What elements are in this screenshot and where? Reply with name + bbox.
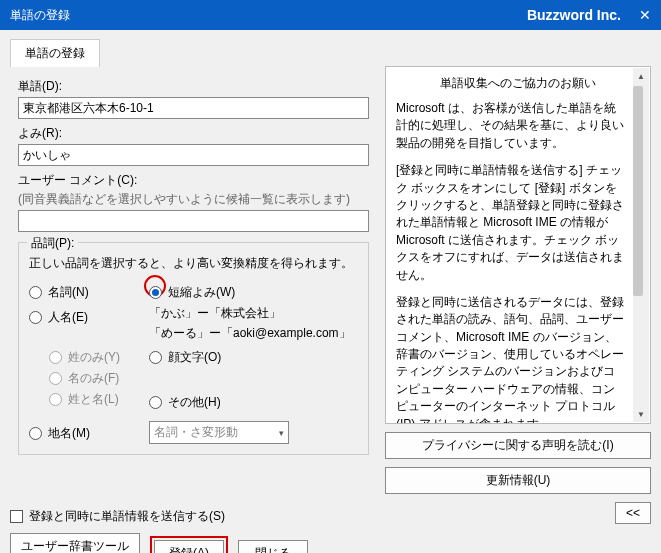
radio-fullname-label: 姓と名(L) [68, 391, 119, 408]
scroll-down-icon[interactable]: ▼ [633, 406, 649, 422]
radio-short-label: 短縮よみ(W) [168, 284, 235, 301]
close-icon[interactable]: ✕ [639, 7, 651, 23]
send-checkbox-label: 登録と同時に単語情報を送信する(S) [29, 508, 225, 525]
radio-emoji[interactable] [149, 351, 162, 364]
dict-tool-button[interactable]: ユーザー辞書ツール(T) [10, 533, 140, 553]
register-button[interactable]: 登録(A) [154, 540, 224, 553]
scroll-thumb[interactable] [633, 86, 643, 296]
example-1: 「かぶ」ー「株式会社」 [149, 305, 358, 322]
radio-noun-label: 名詞(N) [48, 284, 89, 301]
radio-person-label: 人名(E) [48, 309, 88, 326]
tab-label: 単語の登録 [25, 46, 85, 60]
update-button[interactable]: 更新情報(U) [385, 467, 651, 494]
radio-emoji-label: 顔文字(O) [168, 349, 221, 366]
radio-short[interactable] [149, 286, 162, 299]
info-box: 単語収集へのご協力のお願い Microsoft は、お客様が送信した単語を統計的… [385, 66, 651, 424]
reading-input[interactable] [18, 144, 369, 166]
info-p2: [登録と同時に単語情報を送信する] チェック ボックスをオンにして [登録] ボ… [396, 162, 626, 284]
highlight-register: 登録(A) [150, 536, 228, 553]
scroll-up-icon[interactable]: ▲ [633, 68, 649, 84]
radio-place-label: 地名(M) [48, 425, 90, 442]
window-title: 単語の登録 [10, 7, 70, 24]
close-button[interactable]: 閉じる [238, 540, 308, 553]
comment-input[interactable] [18, 210, 369, 232]
comment-hint: (同音異義語などを選択しやすいように候補一覧に表示します) [18, 191, 369, 208]
pos-select[interactable]: 名詞・さ変形動▾ [149, 421, 289, 444]
reading-label: よみ(R): [18, 125, 369, 142]
radio-lastname [49, 351, 62, 364]
company-name: Buzzword Inc. [527, 7, 621, 23]
word-label: 単語(D): [18, 78, 369, 95]
pos-fieldset: 品詞(P): 正しい品詞を選択すると、より高い変換精度を得られます。 名詞(N)… [18, 242, 369, 455]
pos-desc: 正しい品詞を選択すると、より高い変換精度を得られます。 [29, 255, 358, 272]
tab-register[interactable]: 単語の登録 [10, 39, 100, 67]
info-p3: 登録と同時に送信されるデータには、登録された単語の読み、語句、品詞、ユーザー コ… [396, 294, 626, 424]
titlebar: 単語の登録 Buzzword Inc. ✕ [0, 0, 661, 30]
privacy-button[interactable]: プライバシーに関する声明を読む(I) [385, 432, 651, 459]
chevron-down-icon: ▾ [279, 428, 284, 438]
comment-label: ユーザー コメント(C): [18, 172, 369, 189]
info-title: 単語収集へのご協力のお願い [396, 75, 640, 92]
radio-fullname [49, 393, 62, 406]
radio-place[interactable] [29, 427, 42, 440]
collapse-button[interactable]: << [615, 502, 651, 524]
send-checkbox[interactable] [10, 510, 23, 523]
radio-other[interactable] [149, 396, 162, 409]
example-2: 「めーる」ー「aoki@example.com」 [149, 325, 358, 342]
radio-firstname-label: 名のみ(F) [68, 370, 119, 387]
radio-person[interactable] [29, 311, 42, 324]
pos-select-value: 名詞・さ変形動 [154, 424, 238, 441]
pos-legend: 品詞(P): [27, 235, 78, 252]
info-p1: Microsoft は、お客様が送信した単語を統計的に処理し、その結果を基に、よ… [396, 100, 626, 152]
word-input[interactable] [18, 97, 369, 119]
radio-noun[interactable] [29, 286, 42, 299]
radio-other-label: その他(H) [168, 394, 221, 411]
scrollbar[interactable]: ▲ ▼ [633, 68, 649, 422]
radio-lastname-label: 姓のみ(Y) [68, 349, 120, 366]
radio-firstname [49, 372, 62, 385]
